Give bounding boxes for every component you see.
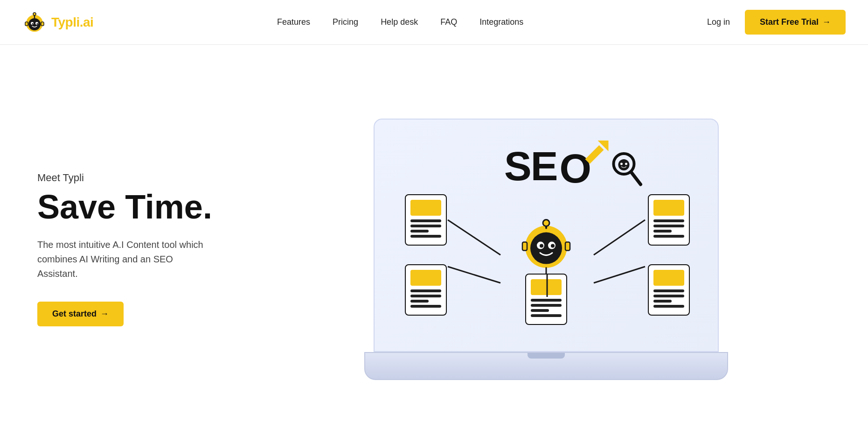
hero-section: Meet Typli Save Time. The most intuitive… bbox=[0, 45, 868, 444]
logo-icon bbox=[22, 10, 47, 35]
svg-rect-8 bbox=[25, 22, 28, 26]
start-free-trial-button[interactable]: Start Free Trial → bbox=[745, 10, 846, 35]
svg-point-7 bbox=[33, 13, 36, 15]
seo-text-group: SE O bbox=[504, 138, 643, 194]
nav-pricing[interactable]: Pricing bbox=[333, 17, 358, 27]
svg-line-29 bbox=[448, 267, 500, 283]
doc-card-bottom-left bbox=[405, 264, 447, 316]
nav-features[interactable]: Features bbox=[277, 17, 310, 27]
svg-point-15 bbox=[620, 163, 623, 165]
robot-illustration bbox=[516, 211, 576, 279]
svg-point-5 bbox=[37, 23, 38, 24]
login-link[interactable]: Log in bbox=[707, 17, 730, 27]
hero-title: Save Time. bbox=[37, 190, 233, 225]
seo-illustration: SE O bbox=[375, 120, 718, 351]
svg-point-16 bbox=[625, 163, 627, 165]
laptop-base bbox=[364, 352, 728, 380]
svg-point-22 bbox=[551, 244, 555, 247]
svg-point-24 bbox=[543, 219, 549, 226]
svg-line-28 bbox=[594, 220, 645, 255]
nav-integrations[interactable]: Integrations bbox=[479, 17, 523, 27]
nav-right: Log in Start Free Trial → bbox=[707, 10, 846, 35]
hero-eyebrow: Meet Typli bbox=[37, 172, 233, 184]
svg-line-27 bbox=[448, 220, 500, 255]
seo-o-graphic: O bbox=[557, 138, 613, 194]
doc-card-top-right bbox=[648, 194, 690, 246]
magnifier-icon bbox=[611, 151, 643, 188]
svg-point-18 bbox=[530, 232, 562, 264]
svg-line-13 bbox=[631, 172, 640, 184]
svg-point-14 bbox=[618, 159, 629, 170]
svg-rect-26 bbox=[565, 242, 570, 250]
doc-card-top-left bbox=[405, 194, 447, 246]
doc-card-bottom-right bbox=[648, 264, 690, 316]
svg-rect-9 bbox=[41, 22, 44, 26]
get-started-button[interactable]: Get started → bbox=[37, 302, 124, 326]
laptop-screen: SE O bbox=[374, 119, 719, 352]
nav-faq[interactable]: FAQ bbox=[440, 17, 457, 27]
navbar: Typli.ai Features Pricing Help desk FAQ … bbox=[0, 0, 868, 45]
brand-name: Typli.ai bbox=[51, 15, 93, 30]
svg-rect-25 bbox=[522, 242, 527, 250]
nav-helpdesk[interactable]: Help desk bbox=[381, 17, 418, 27]
svg-point-1 bbox=[28, 18, 41, 30]
hero-description: The most intuitive A.I Content tool whic… bbox=[37, 238, 215, 281]
nav-links: Features Pricing Help desk FAQ Integrati… bbox=[277, 17, 523, 27]
svg-line-30 bbox=[594, 267, 645, 283]
hero-text: Meet Typli Save Time. The most intuitive… bbox=[37, 172, 233, 327]
svg-text:O: O bbox=[559, 145, 591, 191]
logo-link[interactable]: Typli.ai bbox=[22, 10, 93, 35]
doc-card-bottom-center bbox=[525, 274, 567, 325]
svg-point-4 bbox=[32, 23, 34, 24]
hero-illustration: SE O bbox=[233, 119, 831, 380]
svg-point-21 bbox=[540, 244, 543, 247]
laptop-illustration: SE O bbox=[364, 119, 728, 380]
seo-text: SE bbox=[504, 146, 557, 187]
